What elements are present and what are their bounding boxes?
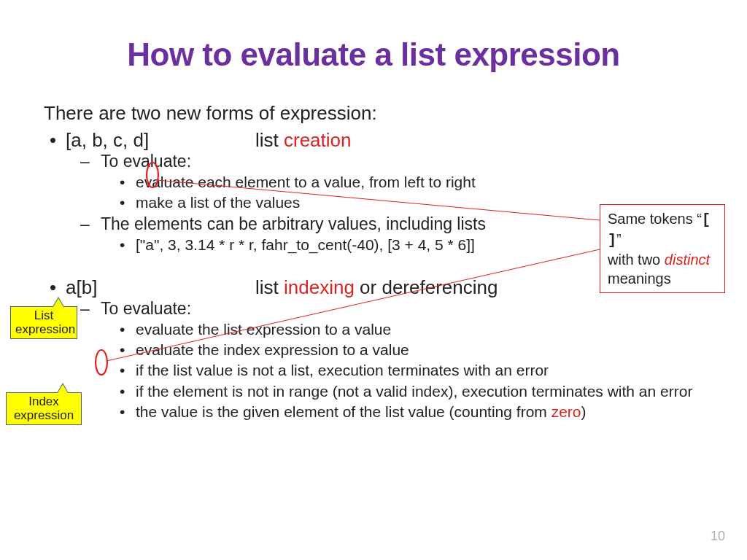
eval-heading-2: To evaluate: [101,299,703,319]
eval-heading-1: To evaluate: [101,152,703,171]
indexing-step-4: if the element is not in range (not a va… [136,382,703,401]
expr-indexing: a[b] [66,276,255,299]
indexing-step-1: evaluate the list expression to a value [136,320,703,339]
indexing-step-5: the value is the given element of the li… [136,402,703,421]
index-expression-tag: Indexexpression [6,392,82,425]
slide-title: How to evaluate a list expression [44,36,703,73]
indexing-step-2: evaluate the index expression to a value [136,341,703,359]
label-creation: creation [284,129,352,151]
page-number: 10 [711,529,725,544]
list-expression-tag: Listexpression [10,306,77,339]
intro-text: There are two new forms of expression: [44,102,703,125]
tokens-callout: Same tokens “[ ]” with two distinct mean… [600,204,725,293]
expr-creation: [a, b, c, d] [66,129,255,152]
indexing-step-3: if the list value is not a list, executi… [136,361,703,380]
bullet-indexing: a[b] list indexing or dereferencing To e… [66,276,703,421]
creation-step-1: evaluate each element to a value, from l… [136,173,703,192]
label-post: or dereferencing [355,276,498,298]
label-indexing: indexing [284,276,355,298]
slide: How to evaluate a list expression There … [0,0,747,560]
label-pre: list [255,129,284,151]
label-pre-2: list [255,276,284,298]
